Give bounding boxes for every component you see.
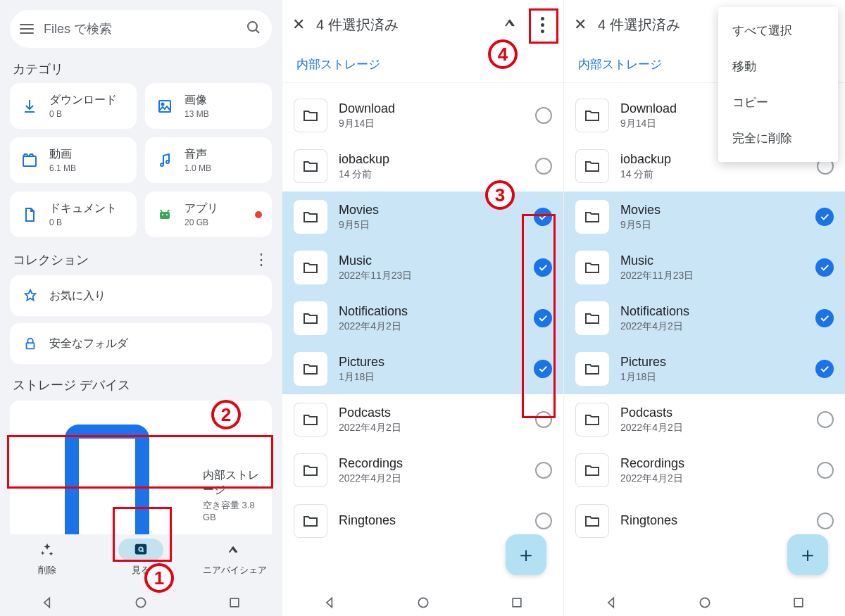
folder-icon [575,453,609,487]
checkbox-unchecked-icon[interactable] [535,411,552,428]
category-downloads[interactable]: ダウンロード0 B [10,83,137,129]
svg-point-9 [166,214,168,215]
shuffle-icon[interactable] [503,15,520,34]
collections-title: コレクション [13,251,89,268]
categories-title: カテゴリ [13,61,269,77]
app-icon [155,205,175,225]
svg-point-8 [162,214,163,215]
file-row[interactable]: Movies9月5日 [564,191,845,242]
folder-icon [294,251,327,284]
home-icon[interactable] [134,596,148,610]
menu-select-all[interactable]: すべて選択 [718,13,838,49]
file-row[interactable]: Music2022年11月23日 [564,242,845,293]
folder-icon [575,99,609,132]
checkbox-unchecked-icon[interactable] [535,107,552,124]
category-audio[interactable]: 音声1.0 MB [145,137,272,183]
share-icon [227,542,242,558]
fab-add[interactable]: ＋ [787,534,828,575]
back-icon[interactable] [40,596,54,610]
screen-selection: ✕ 4 件選択済み 内部ストレージ Download9月14日iobackup1… [282,0,563,616]
file-row[interactable]: Pictures1月18日 [282,344,563,394]
nav-share[interactable]: ニアバイシェア [192,534,277,577]
checkbox-unchecked-icon[interactable] [535,462,552,479]
system-nav [282,589,563,616]
fab-add[interactable]: ＋ [506,534,546,575]
checkbox-unchecked-icon[interactable] [535,513,552,529]
folder-icon [294,99,327,132]
file-row[interactable]: Movies9月5日 [282,191,563,242]
checkbox-checked-icon[interactable] [534,360,552,378]
checkbox-checked-icon[interactable] [815,360,834,378]
checkbox-checked-icon[interactable] [534,258,552,277]
folder-icon [294,403,327,436]
checkbox-unchecked-icon[interactable] [535,158,552,175]
file-row[interactable]: Recordings2022年4月2日 [564,445,845,496]
file-row[interactable]: Pictures1月18日 [564,344,845,394]
file-row[interactable]: Podcasts2022年4月2日 [282,394,563,445]
menu-copy[interactable]: コピー [718,84,838,120]
search-icon[interactable] [245,19,262,39]
svg-rect-13 [136,545,146,554]
file-row[interactable]: iobackup14 分前 [282,141,563,191]
file-row[interactable]: Music2022年11月23日 [282,242,563,293]
svg-point-20 [700,598,709,607]
checkbox-unchecked-icon[interactable] [817,411,834,428]
svg-point-0 [248,22,257,31]
breadcrumb[interactable]: 内部ストレージ [282,49,563,83]
sparkle-icon [39,542,55,558]
checkbox-checked-icon[interactable] [815,309,834,327]
svg-point-16 [136,598,145,607]
svg-rect-17 [230,598,239,607]
image-icon [155,96,175,116]
category-apps[interactable]: アプリ20 GB [145,191,272,237]
close-icon[interactable]: ✕ [574,15,587,34]
svg-point-5 [161,163,163,166]
menu-move[interactable]: 移動 [718,49,838,84]
system-nav [564,589,845,616]
folder-icon [575,403,609,436]
file-row[interactable]: Download9月14日 [282,90,563,141]
category-images[interactable]: 画像13 MB [145,83,272,129]
storage-title: ストレージ デバイス [13,377,269,394]
nav-browse[interactable]: 見る [99,534,183,577]
kebab-icon[interactable] [531,13,553,37]
back-icon[interactable] [604,596,618,610]
checkbox-unchecked-icon[interactable] [817,513,834,529]
menu-icon[interactable] [20,24,34,34]
folder-icon [294,149,327,183]
home-icon[interactable] [698,596,712,610]
close-icon[interactable]: ✕ [292,15,305,34]
screen-browse: Files で検索 カテゴリ ダウンロード0 B 画像13 MB 動画6.1 M… [0,0,282,616]
folder-icon [575,251,609,284]
category-videos[interactable]: 動画6.1 MB [10,137,137,183]
star-icon [23,288,38,303]
recent-icon[interactable] [791,596,806,610]
home-icon[interactable] [416,596,430,610]
category-documents[interactable]: ドキュメント0 B [10,191,137,237]
checkbox-checked-icon[interactable] [534,309,552,327]
checkbox-unchecked-icon[interactable] [817,462,834,479]
search-placeholder: Files で検索 [44,20,245,37]
screen-menu: ✕ 4 件選択済み 内部ストレージ Download9月14日iobackup1… [563,0,845,616]
search-bar[interactable]: Files で検索 [10,10,272,48]
safe-folder-item[interactable]: 安全なフォルダ [10,323,272,364]
menu-delete[interactable]: 完全に削除 [718,120,838,156]
browse-icon [133,542,149,558]
file-row[interactable]: Podcasts2022年4月2日 [564,394,845,445]
file-row[interactable]: Notifications2022年4月2日 [564,293,845,344]
checkbox-checked-icon[interactable] [815,208,834,226]
checkbox-checked-icon[interactable] [815,258,834,277]
checkbox-checked-icon[interactable] [534,208,552,226]
svg-point-3 [162,103,164,105]
more-icon[interactable]: ⋮ [254,252,269,268]
file-row[interactable]: Recordings2022年4月2日 [282,445,563,496]
favorites-item[interactable]: お気に入り [10,275,272,316]
recent-icon[interactable] [510,596,524,610]
file-row[interactable]: Notifications2022年4月2日 [282,293,563,344]
svg-line-15 [142,551,144,552]
svg-point-18 [418,598,427,607]
back-icon[interactable] [323,596,337,610]
nav-clean[interactable]: 削除 [5,534,89,577]
recent-icon[interactable] [227,596,242,610]
doc-icon [20,205,39,225]
